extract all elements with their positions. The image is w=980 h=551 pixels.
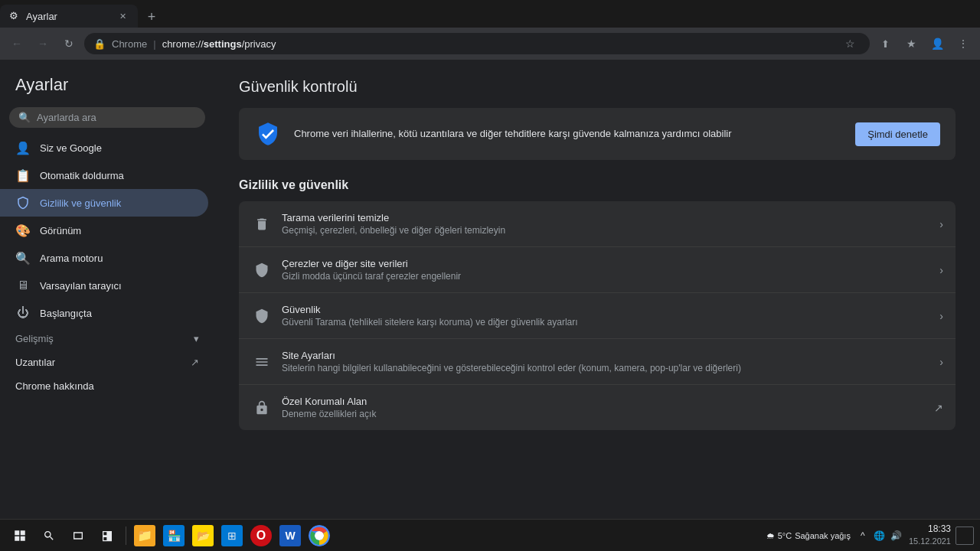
taskbar: 📁 🏪 📂 ⊞ O W 🌧 5°C Sağanak yağış ^ 🌐 🔊 18… — [0, 519, 980, 551]
sidebar-label-baslangicta: Başlangıçta — [40, 308, 92, 319]
cookie-icon — [251, 259, 273, 281]
sidebar-title: Ayarlar — [0, 72, 214, 107]
tab-close-button[interactable]: ✕ — [116, 10, 129, 22]
address-chrome-label: Chrome — [112, 38, 147, 50]
settings-item-tarama-verileri[interactable]: Tarama verilerini temizle Geçmişi, çerez… — [239, 201, 956, 247]
start-button[interactable] — [6, 522, 34, 549]
sidebar-label-arama-motoru: Arama motoru — [40, 253, 103, 264]
sidebar-item-gizlilik-guvenlik[interactable]: Gizlilik ve güvenlik — [0, 189, 208, 217]
taskbar-app-store[interactable]: 🏪 — [160, 522, 188, 549]
startup-icon: ⏻ — [15, 305, 31, 321]
trash-icon — [251, 214, 273, 235]
share-icon[interactable]: ⬆ — [874, 33, 896, 54]
guvenlik-title: Güvenlik — [282, 304, 930, 315]
sidebar-item-siz-ve-google[interactable]: 👤 Siz ve Google — [0, 134, 208, 161]
sidebar-label-siz-ve-google: Siz ve Google — [40, 142, 102, 154]
gelismis-label: Gelişmiş — [15, 333, 54, 344]
safety-shield-icon — [254, 120, 282, 148]
arrow-icon-cerezler: › — [939, 264, 943, 276]
network-icon[interactable]: 🌐 — [872, 528, 887, 543]
security-shield-icon — [251, 305, 273, 327]
taskbar-app-file-explorer[interactable]: 📁 — [131, 522, 158, 549]
taskbar-separator-1 — [126, 527, 126, 545]
sidebar-label-otomatik-doldurma: Otomatik doldurma — [40, 170, 124, 181]
settings-list: Tarama verilerini temizle Geçmişi, çerez… — [239, 201, 956, 430]
search-engine-icon: 🔍 — [15, 250, 31, 266]
widgets-button[interactable] — [93, 522, 121, 549]
reload-button[interactable]: ↻ — [58, 33, 80, 54]
arrow-icon-tarama: › — [939, 218, 943, 230]
profile-icon[interactable]: 👤 — [926, 33, 948, 54]
safety-check-button[interactable]: Şimdi denetle — [855, 122, 940, 146]
autofill-icon: 📋 — [15, 168, 31, 183]
sidebar-section-chrome-hakkinda[interactable]: Chrome hakkında — [0, 374, 214, 398]
sidebar-item-gorunum[interactable]: 🎨 Görünüm — [0, 217, 208, 244]
address-bold: settings — [204, 38, 242, 50]
sidebar-item-varsayilan-tarayici[interactable]: 🖥 Varsayılan tarayıcı — [0, 272, 208, 299]
back-button[interactable]: ← — [6, 33, 28, 54]
bookmark-star-icon[interactable]: ☆ — [839, 33, 861, 54]
menu-icon[interactable]: ⋮ — [952, 33, 974, 54]
speaker-icon[interactable]: 🔊 — [889, 528, 904, 543]
search-icon: 🔍 — [18, 112, 31, 123]
system-icons: ^ 🌐 🔊 — [855, 528, 904, 543]
notification-button[interactable] — [956, 527, 974, 545]
cerezler-desc: Gizli modda üçüncü taraf çerezler engell… — [282, 271, 930, 282]
sidebar-section-uzantilar[interactable]: Uzantılar ↗ — [0, 350, 214, 374]
sidebar-label-varsayilan-tarayici: Varsayılan tarayıcı — [40, 280, 122, 292]
cerezler-title: Çerezler ve diğer site verileri — [282, 258, 930, 269]
forward-button[interactable]: → — [32, 33, 54, 54]
site-settings-icon — [251, 351, 273, 373]
up-arrow-icon[interactable]: ^ — [855, 528, 871, 543]
search-taskbar-button[interactable] — [35, 522, 63, 549]
taskbar-clock[interactable]: 18:33 15.12.2021 — [909, 523, 951, 547]
settings-item-text-site: Site Ayarları Sitelerin hangi bilgileri … — [282, 350, 930, 373]
weather-condition: Sağanak yağış — [795, 531, 851, 540]
chevron-down-icon: ▾ — [194, 333, 199, 344]
bookmark-icon[interactable]: ★ — [900, 33, 922, 54]
taskbar-right: 🌧 5°C Sağanak yağış ^ 🌐 🔊 18:33 15.12.20… — [766, 523, 974, 547]
weather-icon: 🌧 — [766, 531, 775, 540]
uzantilar-label: Uzantılar — [15, 357, 55, 368]
taskbar-app-settings[interactable]: ⊞ — [218, 522, 246, 549]
sidebar-item-baslangicta[interactable]: ⏻ Başlangıçta — [0, 299, 208, 327]
sidebar: Ayarlar 🔍 Ayarlarda ara 👤 Siz ve Google … — [0, 60, 214, 519]
settings-search-bar[interactable]: 🔍 Ayarlarda ara — [9, 107, 205, 128]
safety-section-title: Güvenlik kontrolü — [239, 78, 956, 96]
taskbar-app-opera[interactable]: O — [247, 522, 275, 549]
taskbar-app-chrome[interactable] — [305, 522, 333, 549]
temperature: 5°C — [778, 531, 792, 540]
main-content: Güvenlik kontrolü Chrome veri ihlallerin… — [214, 60, 980, 519]
sandbox-icon — [251, 397, 273, 419]
tarama-title: Tarama verilerini temizle — [282, 212, 930, 223]
settings-item-site-ayarlari[interactable]: Site Ayarları Sitelerin hangi bilgileri … — [239, 339, 956, 385]
safety-description: Chrome veri ihlallerine, kötü uzantılara… — [294, 126, 843, 142]
settings-item-text-tarama: Tarama verilerini temizle Geçmişi, çerez… — [282, 212, 930, 236]
tab-favicon: ⚙ — [9, 10, 21, 22]
settings-item-cerezler[interactable]: Çerezler ve diğer site verileri Gizli mo… — [239, 247, 956, 293]
settings-item-text-cerezler: Çerezler ve diğer site verileri Gizli mo… — [282, 258, 930, 282]
arrow-icon-site: › — [939, 356, 943, 368]
address-separator: | — [153, 38, 155, 50]
external-link-icon: ↗ — [191, 357, 199, 368]
main-layout: Ayarlar 🔍 Ayarlarda ara 👤 Siz ve Google … — [0, 60, 980, 519]
taskbar-app-files[interactable]: 📂 — [189, 522, 217, 549]
address-bar[interactable]: 🔒 Chrome | chrome://settings/privacy ☆ — [84, 33, 870, 54]
new-tab-button[interactable]: + — [141, 6, 162, 28]
sidebar-item-arama-motoru[interactable]: 🔍 Arama motoru — [0, 244, 208, 272]
settings-item-guvenlik[interactable]: Güvenlik Güvenli Tarama (tehlikeli sitel… — [239, 293, 956, 339]
address-bar-row: ← → ↻ 🔒 Chrome | chrome://settings/priva… — [0, 28, 980, 60]
sidebar-label-gorunum: Görünüm — [40, 225, 81, 236]
settings-item-ozel-korumali[interactable]: Özel Korumalı Alan Deneme özellikleri aç… — [239, 385, 956, 430]
settings-tab[interactable]: ⚙ Ayarlar ✕ — [0, 5, 138, 28]
time-display: 18:33 — [909, 523, 951, 536]
taskbar-app-word[interactable]: W — [276, 522, 304, 549]
task-view-button[interactable] — [64, 522, 92, 549]
address-text: chrome://settings/privacy — [162, 38, 276, 50]
weather-widget: 🌧 5°C Sağanak yağış — [766, 531, 851, 540]
privacy-section-title: Gizlilik ve güvenlik — [239, 178, 956, 192]
default-browser-icon: 🖥 — [15, 278, 31, 293]
search-placeholder: Ayarlarda ara — [37, 112, 96, 123]
sidebar-section-gelismis[interactable]: Gelişmiş ▾ — [0, 327, 214, 350]
sidebar-item-otomatik-doldurma[interactable]: 📋 Otomatik doldurma — [0, 161, 208, 189]
